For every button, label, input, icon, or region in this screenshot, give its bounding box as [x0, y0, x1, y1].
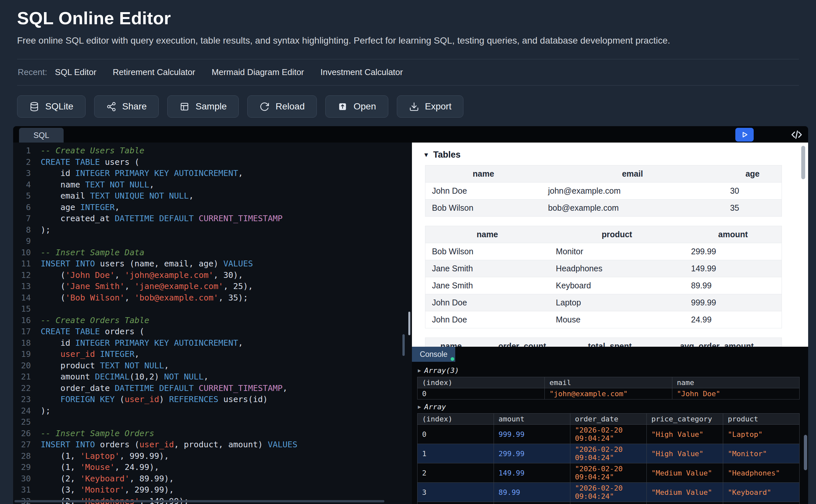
tab-sql[interactable]: SQL: [19, 128, 64, 143]
table-row: Bob Wilsonbob@example.com35: [425, 200, 782, 217]
code-text: );: [41, 405, 50, 417]
console-array-toggle[interactable]: ▶Array(3): [417, 365, 800, 376]
table-cell: Jane Smith: [425, 260, 549, 277]
column-header: name: [425, 165, 541, 183]
console-table-cell: "Headphones": [723, 463, 799, 483]
column-header: product: [549, 226, 685, 243]
line-number: 22: [13, 383, 31, 394]
tab-console[interactable]: Console: [412, 347, 455, 362]
code-text: INSERT INTO users (name, email, age) VAL…: [41, 258, 253, 270]
sqlite-button[interactable]: SQLite: [17, 95, 86, 118]
console-column-header: (index): [417, 414, 494, 425]
code-text: FOREIGN KEY (user_id) REFERENCES users(i…: [41, 394, 268, 405]
table-cell: 35: [724, 200, 782, 217]
code-line: 2CREATE TABLE users (: [13, 157, 407, 168]
code-line: 7 created_at DATETIME DEFAULT CURRENT_TI…: [13, 213, 407, 224]
console-table-cell: 149.99: [494, 463, 570, 483]
code-line: 6 age INTEGER,: [13, 202, 407, 213]
line-number: 28: [13, 451, 31, 462]
code-line: 16-- Create Orders Table: [13, 315, 407, 326]
resize-handle[interactable]: [408, 312, 410, 335]
console-table: (index)amountorder_dateprice_categorypro…: [417, 413, 800, 504]
editor-vertical-scrollbar[interactable]: [402, 334, 405, 356]
line-number: 21: [13, 371, 31, 383]
code-line: 17CREATE TABLE orders (: [13, 326, 407, 338]
code-text: user_id INTEGER,: [41, 349, 139, 360]
line-number: 9: [13, 236, 31, 247]
reload-button[interactable]: Reload: [247, 95, 317, 118]
column-header: age: [724, 165, 782, 183]
workbench: SQL 1-- Create Users Table2CREATE TABLE …: [13, 126, 808, 504]
console-table-cell: 1: [417, 444, 494, 463]
console-table-cell: 0: [417, 425, 494, 444]
code-line: 28 (1, 'Laptop', 999.99),: [13, 451, 407, 462]
share-button-label: Share: [122, 101, 147, 112]
code-text: order_date DATETIME DEFAULT CURRENT_TIME…: [41, 383, 288, 394]
sql-editor[interactable]: 1-- Create Users Table2CREATE TABLE user…: [13, 143, 407, 504]
code-line: 21 amount DECIMAL(10,2) NOT NULL,: [13, 371, 407, 383]
console-column-header: amount: [494, 414, 570, 425]
line-number: 24: [13, 405, 31, 417]
console-tab-label: Console: [420, 350, 447, 359]
code-text: (1, 'Mouse', 24.99),: [41, 462, 159, 473]
line-number: 29: [13, 462, 31, 473]
panel-divider: [407, 143, 412, 504]
table-cell: Headphones: [549, 260, 685, 277]
code-line: 9: [13, 236, 407, 247]
line-number: 13: [13, 281, 31, 292]
table-cell: Keyboard: [549, 277, 685, 294]
console-table-cell: "High Value": [647, 425, 723, 444]
console-scrollbar[interactable]: [804, 435, 807, 470]
open-button[interactable]: Open: [325, 95, 388, 118]
line-number: 10: [13, 247, 31, 259]
sample-button[interactable]: Sample: [167, 95, 239, 118]
results-panel: ▼ Tables nameemailageJohn Doejohn@exampl…: [412, 143, 808, 347]
console-table-cell: "Low Value": [647, 502, 723, 504]
console-table-cell: "2026-02-20 09:04:24": [570, 463, 647, 483]
expand-caret-icon: ▶: [418, 367, 421, 374]
code-view-button[interactable]: [790, 128, 803, 142]
result-table: nameemailageJohn Doejohn@example.com30Bo…: [425, 165, 782, 217]
table-row: Jane SmithKeyboard89.99: [425, 277, 782, 294]
recent-link-mermaid-diagram-editor[interactable]: Mermaid Diagram Editor: [212, 67, 304, 77]
console-table: (index)emailname0"john@example.com""John…: [417, 377, 800, 399]
console-table-row: 389.99"2026-02-20 09:04:24""Medium Value…: [417, 483, 799, 502]
table-row: Bob WilsonMonitor299.99: [425, 243, 782, 260]
right-column: ▼ Tables nameemailageJohn Doejohn@exampl…: [412, 143, 808, 504]
status-dot: [451, 357, 454, 361]
database-icon: [29, 102, 39, 112]
line-number: 19: [13, 349, 31, 360]
recent-link-retirement-calculator[interactable]: Retirement Calculator: [113, 67, 195, 77]
console-table-cell: 3: [417, 483, 494, 502]
column-header: name: [425, 226, 549, 243]
line-number: 25: [13, 417, 31, 428]
console-body: ▶Array(3)(index)emailname0"john@example.…: [412, 362, 808, 504]
export-button[interactable]: Export: [397, 95, 464, 118]
code-text: (2, 'Keyboard', 89.99),: [41, 473, 174, 485]
console-table-cell: "Mouse": [723, 502, 799, 504]
console-table-cell: "2026-02-20 09:04:24": [570, 502, 647, 504]
code-line: 8);: [13, 224, 407, 236]
code-text: (3, 'Monitor', 299.99),: [41, 484, 174, 496]
tables-section-toggle[interactable]: ▼ Tables: [412, 143, 808, 165]
console-table-cell: "Laptop": [723, 425, 799, 444]
line-number: 12: [13, 270, 31, 281]
code-icon: [790, 128, 803, 141]
recent-link-sql-editor[interactable]: SQL Editor: [55, 67, 96, 77]
column-header: amount: [685, 226, 782, 243]
code-text: ('Bob Wilson', 'bob@example.com', 35);: [41, 292, 248, 304]
table-row: Jane SmithHeadphones149.99: [425, 260, 782, 277]
recent-label: Recent:: [18, 67, 47, 77]
page-header: SQL Online Editor Free online SQL editor…: [0, 0, 816, 46]
code-text: );: [41, 224, 50, 236]
editor-horizontal-scrollbar[interactable]: [14, 500, 384, 502]
code-line: 15: [13, 303, 407, 315]
console-table-cell: "2026-02-20 09:04:24": [570, 483, 647, 502]
table-row: John DoeLaptop999.99: [425, 294, 782, 311]
results-scrollbar[interactable]: [801, 146, 805, 179]
code-text: product TEXT NOT NULL,: [41, 360, 169, 372]
run-query-button[interactable]: [735, 128, 754, 142]
recent-link-investment-calculator[interactable]: Investment Calculator: [321, 67, 403, 77]
console-array-toggle[interactable]: ▶Array: [417, 401, 800, 412]
share-button[interactable]: Share: [94, 95, 159, 118]
